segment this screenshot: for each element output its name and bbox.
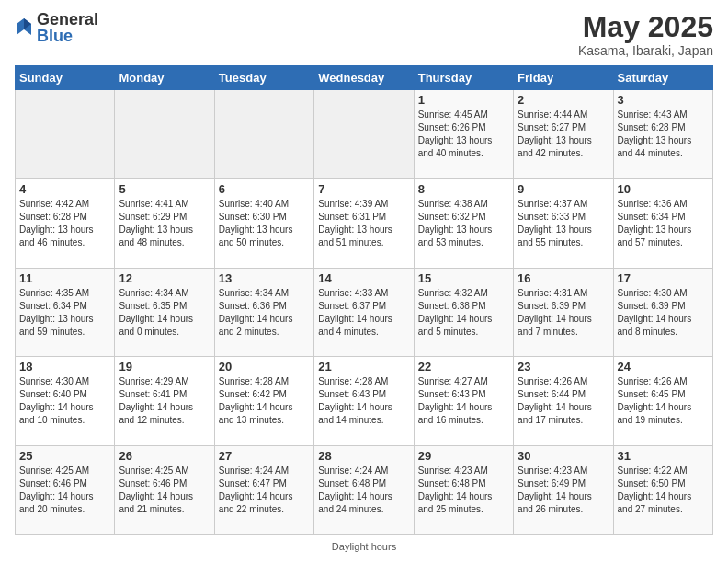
calendar-day: 16Sunrise: 4:31 AMSunset: 6:39 PMDayligh…	[514, 268, 613, 357]
calendar-day: 13Sunrise: 4:34 AMSunset: 6:36 PMDayligh…	[214, 268, 313, 357]
footer: Daylight hours	[15, 541, 713, 552]
logo-blue: Blue	[37, 28, 98, 44]
calendar-day: 19Sunrise: 4:29 AMSunset: 6:41 PMDayligh…	[115, 357, 214, 446]
day-number: 31	[618, 449, 709, 463]
footer-text: Daylight hours	[332, 541, 396, 552]
day-number: 17	[618, 271, 709, 285]
day-info: Sunrise: 4:32 AMSunset: 6:38 PMDaylight:…	[418, 287, 509, 339]
calendar-day: 12Sunrise: 4:34 AMSunset: 6:35 PMDayligh…	[115, 268, 214, 357]
day-number: 28	[318, 449, 409, 463]
page: General Blue May 2025 Kasama, Ibaraki, J…	[0, 0, 728, 563]
day-info: Sunrise: 4:22 AMSunset: 6:50 PMDaylight:…	[618, 465, 709, 516]
day-info: Sunrise: 4:26 AMSunset: 6:44 PMDaylight:…	[518, 375, 609, 427]
calendar-week: 1Sunrise: 4:45 AMSunset: 6:26 PMDaylight…	[16, 90, 713, 179]
day-info: Sunrise: 4:25 AMSunset: 6:46 PMDaylight:…	[19, 465, 110, 516]
logo-text: General Blue	[37, 11, 98, 44]
calendar-day: 25Sunrise: 4:25 AMSunset: 6:46 PMDayligh…	[16, 446, 115, 535]
calendar-day: 17Sunrise: 4:30 AMSunset: 6:39 PMDayligh…	[613, 268, 712, 357]
day-info: Sunrise: 4:28 AMSunset: 6:43 PMDaylight:…	[318, 375, 409, 427]
day-number: 2	[518, 93, 609, 107]
calendar-day: 31Sunrise: 4:22 AMSunset: 6:50 PMDayligh…	[613, 446, 712, 535]
day-number: 11	[19, 271, 110, 285]
day-number: 26	[119, 449, 210, 463]
day-info: Sunrise: 4:37 AMSunset: 6:33 PMDaylight:…	[518, 198, 609, 249]
calendar-week: 11Sunrise: 4:35 AMSunset: 6:34 PMDayligh…	[16, 268, 713, 357]
calendar-day: 30Sunrise: 4:23 AMSunset: 6:49 PMDayligh…	[514, 446, 613, 535]
day-info: Sunrise: 4:34 AMSunset: 6:36 PMDaylight:…	[219, 287, 310, 339]
calendar-week: 4Sunrise: 4:42 AMSunset: 6:28 PMDaylight…	[16, 178, 713, 268]
calendar-day: 11Sunrise: 4:35 AMSunset: 6:34 PMDayligh…	[16, 268, 115, 357]
weekday-header: Monday	[115, 66, 214, 90]
day-number: 27	[219, 449, 310, 463]
calendar-day: 4Sunrise: 4:42 AMSunset: 6:28 PMDaylight…	[16, 178, 115, 268]
logo: General Blue	[15, 11, 98, 44]
calendar-day: 27Sunrise: 4:24 AMSunset: 6:47 PMDayligh…	[214, 446, 313, 535]
day-info: Sunrise: 4:44 AMSunset: 6:27 PMDaylight:…	[518, 109, 609, 160]
logo-icon	[15, 17, 33, 39]
day-info: Sunrise: 4:30 AMSunset: 6:40 PMDaylight:…	[19, 375, 110, 427]
day-info: Sunrise: 4:41 AMSunset: 6:29 PMDaylight:…	[119, 198, 210, 249]
weekday-header: Thursday	[414, 66, 513, 90]
day-number: 15	[418, 271, 509, 285]
day-number: 16	[518, 271, 609, 285]
day-info: Sunrise: 4:43 AMSunset: 6:28 PMDaylight:…	[618, 109, 709, 160]
calendar-day: 29Sunrise: 4:23 AMSunset: 6:48 PMDayligh…	[414, 446, 513, 535]
calendar-day	[314, 90, 414, 179]
day-number: 25	[19, 449, 110, 463]
calendar-day: 7Sunrise: 4:39 AMSunset: 6:31 PMDaylight…	[314, 178, 414, 268]
calendar-day	[214, 90, 313, 179]
day-info: Sunrise: 4:23 AMSunset: 6:49 PMDaylight:…	[518, 465, 609, 516]
day-number: 21	[318, 360, 409, 373]
calendar-day: 3Sunrise: 4:43 AMSunset: 6:28 PMDaylight…	[613, 90, 712, 179]
calendar-week: 25Sunrise: 4:25 AMSunset: 6:46 PMDayligh…	[16, 446, 713, 535]
calendar-week: 18Sunrise: 4:30 AMSunset: 6:40 PMDayligh…	[16, 357, 713, 446]
day-info: Sunrise: 4:34 AMSunset: 6:35 PMDaylight:…	[119, 287, 210, 339]
day-number: 30	[518, 449, 609, 463]
calendar-day: 23Sunrise: 4:26 AMSunset: 6:44 PMDayligh…	[514, 357, 613, 446]
day-number: 10	[618, 182, 709, 196]
calendar-day	[115, 90, 214, 179]
calendar-day: 1Sunrise: 4:45 AMSunset: 6:26 PMDaylight…	[414, 90, 513, 179]
calendar-day: 20Sunrise: 4:28 AMSunset: 6:42 PMDayligh…	[214, 357, 313, 446]
day-number: 29	[418, 449, 509, 463]
title-block: May 2025 Kasama, Ibaraki, Japan	[578, 11, 713, 58]
logo-general: General	[37, 11, 98, 28]
day-number: 14	[318, 271, 409, 285]
calendar-day: 5Sunrise: 4:41 AMSunset: 6:29 PMDaylight…	[115, 178, 214, 268]
day-info: Sunrise: 4:38 AMSunset: 6:32 PMDaylight:…	[418, 198, 509, 249]
day-info: Sunrise: 4:33 AMSunset: 6:37 PMDaylight:…	[318, 287, 409, 339]
day-info: Sunrise: 4:24 AMSunset: 6:47 PMDaylight:…	[219, 465, 310, 516]
weekday-header: Wednesday	[314, 66, 414, 90]
day-info: Sunrise: 4:42 AMSunset: 6:28 PMDaylight:…	[19, 198, 110, 249]
day-info: Sunrise: 4:45 AMSunset: 6:26 PMDaylight:…	[418, 109, 509, 160]
calendar-day	[16, 90, 115, 179]
calendar: SundayMondayTuesdayWednesdayThursdayFrid…	[15, 65, 713, 535]
header: General Blue May 2025 Kasama, Ibaraki, J…	[15, 11, 713, 58]
day-number: 18	[19, 360, 110, 373]
day-info: Sunrise: 4:35 AMSunset: 6:34 PMDaylight:…	[19, 287, 110, 339]
day-info: Sunrise: 4:26 AMSunset: 6:45 PMDaylight:…	[618, 375, 709, 427]
day-info: Sunrise: 4:27 AMSunset: 6:43 PMDaylight:…	[418, 375, 509, 427]
day-number: 7	[318, 182, 409, 196]
day-number: 22	[418, 360, 509, 373]
calendar-day: 6Sunrise: 4:40 AMSunset: 6:30 PMDaylight…	[214, 178, 313, 268]
day-info: Sunrise: 4:31 AMSunset: 6:39 PMDaylight:…	[518, 287, 609, 339]
month-title: May 2025	[578, 11, 713, 43]
day-number: 24	[618, 360, 709, 373]
day-info: Sunrise: 4:24 AMSunset: 6:48 PMDaylight:…	[318, 465, 409, 516]
calendar-day: 14Sunrise: 4:33 AMSunset: 6:37 PMDayligh…	[314, 268, 414, 357]
day-number: 3	[618, 93, 709, 107]
day-number: 4	[19, 182, 110, 196]
location: Kasama, Ibaraki, Japan	[578, 43, 713, 58]
calendar-day: 9Sunrise: 4:37 AMSunset: 6:33 PMDaylight…	[514, 178, 613, 268]
weekday-header: Sunday	[16, 66, 115, 90]
calendar-day: 26Sunrise: 4:25 AMSunset: 6:46 PMDayligh…	[115, 446, 214, 535]
day-number: 13	[219, 271, 310, 285]
day-number: 19	[119, 360, 210, 373]
calendar-day: 24Sunrise: 4:26 AMSunset: 6:45 PMDayligh…	[613, 357, 712, 446]
day-number: 5	[119, 182, 210, 196]
day-info: Sunrise: 4:39 AMSunset: 6:31 PMDaylight:…	[318, 198, 409, 249]
calendar-day: 22Sunrise: 4:27 AMSunset: 6:43 PMDayligh…	[414, 357, 513, 446]
day-number: 12	[119, 271, 210, 285]
calendar-day: 21Sunrise: 4:28 AMSunset: 6:43 PMDayligh…	[314, 357, 414, 446]
